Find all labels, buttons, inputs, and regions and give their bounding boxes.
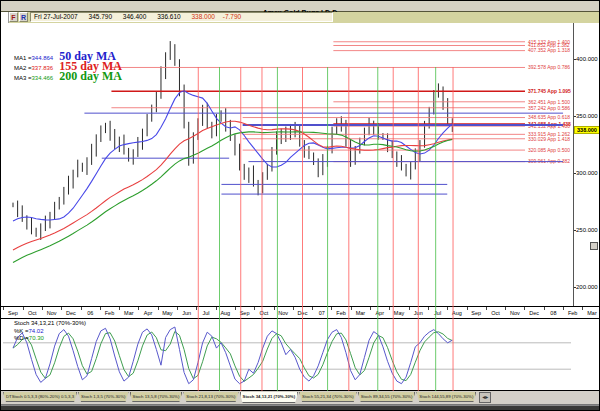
- tab-active-stoch-34-13-21-70-30-[interactable]: Stoch 34,13,21 (70%-30%): [240, 392, 299, 403]
- ma-line-2: [13, 121, 452, 250]
- month-label: Dec: [293, 310, 313, 316]
- month-label: Dec: [524, 310, 544, 316]
- toolbar-button-r[interactable]: R: [19, 12, 28, 22]
- month-tick: [524, 307, 525, 310]
- toolbar-button-f[interactable]: F: [9, 12, 18, 22]
- tab-scroller[interactable]: ◂▸: [479, 392, 491, 403]
- month-label: Dec: [61, 310, 81, 316]
- stoch-k-label: %K =: [14, 328, 29, 334]
- month-label: 06: [80, 310, 100, 316]
- month-tick: [196, 307, 197, 310]
- fib-level-label: 407.352 App 1.318: [528, 47, 570, 53]
- month-tick: [158, 307, 159, 310]
- month-tick: [312, 307, 313, 310]
- tab-dtstoch-0-5-3-3-80-20-0-5-3-3[interactable]: DTStoch 0.5,3,3 (80%-20%) 0.5,3,3: [3, 392, 77, 402]
- month-label: Sep: [235, 310, 255, 316]
- date-axis: SepOctNovDec06FebMarAprMayJunJulAugSepOc…: [1, 306, 600, 319]
- month-label: Apr: [138, 310, 158, 316]
- month-tick: [274, 307, 275, 310]
- month-label: Jun: [408, 310, 428, 316]
- month-label: Mar: [119, 310, 139, 316]
- price-tick-label: 250.000: [576, 227, 598, 233]
- quote-field: Fri 27-Jul-2007 345.790 346.400 336.610 …: [30, 12, 333, 22]
- tab-stoch-21-8-13-70-30-[interactable]: Stoch 21,8,13 (70%-30%): [183, 392, 238, 402]
- price-tick-label: 200.000: [576, 284, 598, 290]
- month-tick: [544, 307, 545, 310]
- stoch-title: Stoch 34,13,21 (70%-30%): [14, 320, 86, 326]
- chart-window: Amex Gold Bugs I D-D F R Fri 27-Jul-2007…: [0, 0, 600, 411]
- stochastic-legend: Stoch 34,13,21 (70%-30%) %K =74.02 %D =7…: [14, 320, 86, 343]
- month-label: Nov: [505, 310, 525, 316]
- main-price-chart[interactable]: 415.132 App 1.400411.852 App 1.382407.35…: [1, 23, 600, 306]
- ma-line-1: [13, 91, 452, 221]
- tab-stoch-1-3-5-70-30-[interactable]: Stoch 1,3,5 (70%-30%): [78, 392, 128, 402]
- month-tick: [563, 307, 564, 310]
- ma3-value: 334.466: [32, 75, 54, 81]
- month-label: Feb: [331, 310, 351, 316]
- month-label: Jul: [196, 310, 216, 316]
- tab-stoch-55-21-34-70-30-[interactable]: Stoch 55,21,34 (70%-30%): [299, 392, 357, 402]
- stoch-d-value: 70.30: [29, 335, 44, 341]
- stoch-k-value: 74.02: [29, 328, 44, 334]
- month-label: Jul: [428, 310, 448, 316]
- tab-stoch-144-55-89-70-30-[interactable]: Stoch 144,55,89 (70%-30%): [416, 392, 476, 402]
- quote-low: 336.610: [157, 13, 181, 20]
- price-tick-label: 400.000: [576, 56, 598, 62]
- fib-level-label: 320.085 App 0.500: [528, 147, 570, 153]
- fib-level-lines: 415.132 App 1.400411.852 App 1.382407.35…: [111, 39, 571, 165]
- month-tick: [409, 307, 410, 310]
- month-label: Oct: [22, 310, 42, 316]
- month-label: Jun: [177, 310, 197, 316]
- tab-stoch-13-5-8-70-30-[interactable]: Stoch 13,5,8 (70%-30%): [130, 392, 183, 402]
- quote-high: 346.400: [123, 13, 147, 20]
- month-tick: [351, 307, 352, 310]
- quote-close: 338.000: [191, 13, 215, 20]
- last-price-tag: 338.000: [574, 126, 600, 134]
- month-label: Aug: [215, 310, 235, 316]
- month-label: Mar: [582, 310, 600, 316]
- indicator-tab-bar: DTStoch 0.5,3,3 (80%-20%) 0.5,3,3Stoch 1…: [1, 391, 600, 405]
- month-label: 08: [543, 310, 563, 316]
- window-title-bar[interactable]: Amex Gold Bugs I D-D: [1, 1, 599, 12]
- month-label: Mar: [350, 310, 370, 316]
- price-tick-label: 350.000: [576, 113, 598, 119]
- month-tick: [582, 307, 583, 310]
- month-label: Oct: [486, 310, 506, 316]
- month-label: Nov: [42, 310, 62, 316]
- fib-level-label: 330.029 App 1.418: [528, 136, 570, 142]
- month-tick: [505, 307, 506, 310]
- quote-date: Fri 27-Jul-2007: [34, 13, 78, 20]
- month-label: Apr: [370, 310, 390, 316]
- month-tick: [293, 307, 294, 310]
- month-label: May: [157, 310, 177, 316]
- bottom-status-bar: [1, 405, 600, 411]
- month-label: Aug: [447, 310, 467, 316]
- month-label: Nov: [273, 310, 293, 316]
- month-tick: [389, 307, 390, 310]
- month-label: Sep: [3, 310, 23, 316]
- month-tick: [100, 307, 101, 310]
- month-tick: [447, 307, 448, 310]
- stochastic-panel[interactable]: Stoch 34,13,21 (70%-30%) %K =74.02 %D =7…: [1, 319, 600, 391]
- axis-scroll-handle[interactable]: [590, 242, 598, 250]
- month-tick: [370, 307, 371, 310]
- quote-change: -7.790: [223, 13, 241, 20]
- stochastic-canvas: [1, 319, 573, 390]
- month-tick: [428, 307, 429, 310]
- month-tick: [81, 307, 82, 310]
- month-tick: [486, 307, 487, 310]
- month-tick: [235, 307, 236, 310]
- support-lines: [84, 113, 563, 194]
- month-label: Feb: [100, 310, 120, 316]
- month-tick: [119, 307, 120, 310]
- fib-level-label: 348.635 App 0.618: [528, 114, 570, 120]
- toolbar-corner-box: [1, 12, 9, 23]
- fib-level-label: 392.578 App 0.786: [528, 64, 570, 70]
- month-tick: [177, 307, 178, 310]
- month-label: Feb: [563, 310, 583, 316]
- month-tick: [61, 307, 62, 310]
- month-label: 07: [312, 310, 332, 316]
- tab-stoch-89-34-55-70-30-[interactable]: Stoch 89,34,55 (70%-30%): [358, 392, 416, 402]
- fib-level-label: 357.242 App 0.586: [528, 105, 570, 111]
- month-tick: [467, 307, 468, 310]
